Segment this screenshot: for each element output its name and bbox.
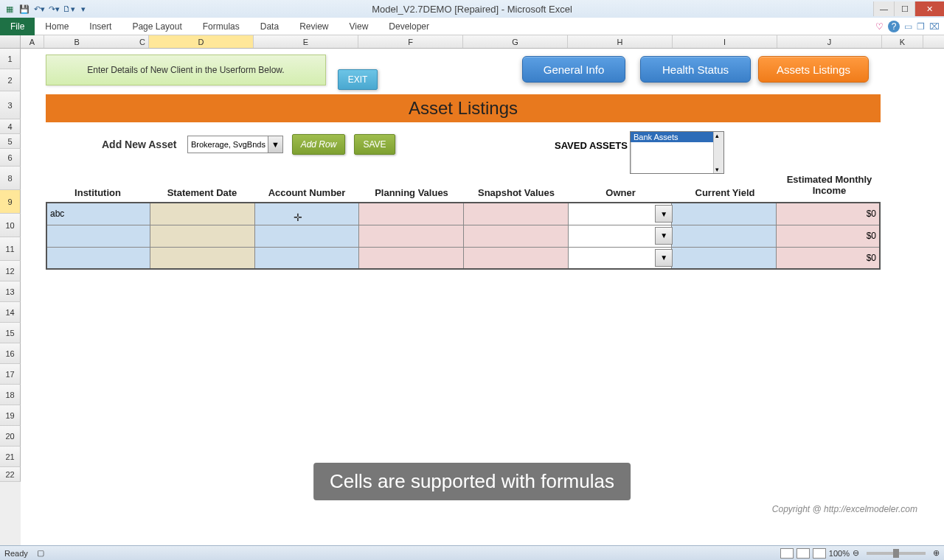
row-15[interactable]: 15 xyxy=(0,323,21,343)
save-icon[interactable]: 💾 xyxy=(18,2,31,15)
row-1[interactable]: 1 xyxy=(0,49,21,69)
cell-owner[interactable]: ▼ xyxy=(568,247,672,269)
row-6[interactable]: 6 xyxy=(0,149,21,167)
col-J[interactable]: J xyxy=(777,35,882,48)
saved-asset-item[interactable]: Bank Assets xyxy=(631,132,723,142)
macro-record-icon[interactable]: ▢ xyxy=(37,548,44,558)
col-F[interactable]: F xyxy=(358,35,463,48)
row-3[interactable]: 3 xyxy=(0,91,21,119)
col-K[interactable]: K xyxy=(882,35,923,48)
cell-owner[interactable]: ▼ xyxy=(568,203,672,225)
col-D[interactable]: D xyxy=(149,35,254,48)
cell-snapshot[interactable] xyxy=(464,247,569,269)
row-5[interactable]: 5 xyxy=(0,134,21,149)
tab-page-layout[interactable]: Page Layout xyxy=(122,18,192,35)
cell-income[interactable]: $0 xyxy=(776,225,880,247)
health-status-button[interactable]: Health Status xyxy=(640,56,751,83)
cell-snapshot[interactable] xyxy=(464,225,569,247)
row-16[interactable]: 16 xyxy=(0,343,21,364)
minimize-button[interactable]: — xyxy=(873,1,894,16)
normal-view-icon[interactable] xyxy=(780,548,794,559)
cell-account[interactable] xyxy=(254,225,359,247)
workbook-close-icon[interactable]: ⌧ xyxy=(929,21,940,32)
row-18[interactable]: 18 xyxy=(0,385,21,405)
exit-button[interactable]: EXIT xyxy=(338,69,378,90)
col-G[interactable]: G xyxy=(463,35,568,48)
cell-planning[interactable] xyxy=(359,203,464,225)
col-A[interactable]: A xyxy=(21,35,44,48)
cell-planning[interactable] xyxy=(359,247,464,269)
close-button[interactable]: ✕ xyxy=(914,1,944,16)
qat-customize-icon[interactable]: ▾ xyxy=(77,2,90,15)
save-button[interactable]: SAVE xyxy=(354,134,395,155)
asset-type-dropdown[interactable]: Brokerage, SvgBnds ▼ xyxy=(187,136,283,153)
row-20[interactable]: 20 xyxy=(0,426,21,447)
redo-icon[interactable]: ↷▾ xyxy=(47,2,60,15)
col-E[interactable]: E xyxy=(254,35,358,48)
row-8[interactable]: 8 xyxy=(0,167,21,190)
row-12[interactable]: 12 xyxy=(0,261,21,281)
cell-institution[interactable] xyxy=(46,225,150,247)
col-B[interactable]: B C xyxy=(44,35,149,48)
cell-account[interactable] xyxy=(254,203,359,225)
dropdown-arrow-icon[interactable]: ▼ xyxy=(268,136,282,153)
page-break-view-icon[interactable] xyxy=(813,548,826,559)
row-17[interactable]: 17 xyxy=(0,364,21,385)
cell-owner[interactable]: ▼ xyxy=(568,225,672,247)
owner-dropdown-icon[interactable]: ▼ xyxy=(655,205,673,223)
row-13[interactable]: 13 xyxy=(0,281,21,302)
page-layout-view-icon[interactable] xyxy=(796,548,810,559)
owner-dropdown-icon[interactable]: ▼ xyxy=(655,249,673,267)
cell-yield[interactable] xyxy=(672,225,777,247)
tab-home[interactable]: Home xyxy=(35,18,79,35)
heart-icon[interactable]: ♡ xyxy=(875,21,884,32)
cell-account[interactable] xyxy=(254,247,359,269)
listbox-scrollbar[interactable] xyxy=(713,132,723,173)
row-2[interactable]: 2 xyxy=(0,69,21,91)
col-I[interactable]: I xyxy=(673,35,777,48)
add-row-button[interactable]: Add Row xyxy=(292,134,345,155)
cell-statement[interactable] xyxy=(150,203,255,225)
maximize-button[interactable]: ☐ xyxy=(894,1,914,16)
col-H[interactable]: H xyxy=(568,35,673,48)
file-tab[interactable]: File xyxy=(0,18,35,35)
zoom-out-icon[interactable]: ⊖ xyxy=(853,548,859,558)
cell-planning[interactable] xyxy=(359,225,464,247)
zoom-in-icon[interactable]: ⊕ xyxy=(933,548,940,558)
cell-institution[interactable]: abc xyxy=(46,203,150,225)
saved-assets-listbox[interactable]: Bank Assets xyxy=(630,131,724,174)
row-10[interactable]: 10 xyxy=(0,214,21,237)
row-14[interactable]: 14 xyxy=(0,302,21,323)
cell-income[interactable]: $0 xyxy=(776,247,880,269)
row-9[interactable]: 9 xyxy=(0,190,21,214)
tab-developer[interactable]: Developer xyxy=(378,18,440,35)
select-all-triangle[interactable] xyxy=(0,35,21,48)
undo-icon[interactable]: ↶▾ xyxy=(32,2,46,15)
zoom-slider[interactable] xyxy=(867,552,926,555)
tab-view[interactable]: View xyxy=(339,18,379,35)
row-4[interactable]: 4 xyxy=(0,119,21,134)
row-22[interactable]: 22 xyxy=(0,467,21,482)
cell-income[interactable]: $0 xyxy=(776,203,880,225)
cell-yield[interactable] xyxy=(672,247,777,269)
ribbon-minimize-icon[interactable]: ▭ xyxy=(904,21,912,32)
tab-formulas[interactable]: Formulas xyxy=(192,18,250,35)
cell-snapshot[interactable] xyxy=(464,203,569,225)
print-preview-icon[interactable]: 🗋▾ xyxy=(62,2,75,15)
assets-listings-button[interactable]: Assets Listings xyxy=(758,56,869,83)
cell-yield[interactable] xyxy=(672,203,777,225)
general-info-button[interactable]: General Info xyxy=(522,56,625,83)
cell-institution[interactable] xyxy=(46,247,150,269)
help-icon[interactable]: ? xyxy=(888,21,900,32)
row-19[interactable]: 19 xyxy=(0,405,21,426)
tab-review[interactable]: Review xyxy=(289,18,339,35)
cell-statement[interactable] xyxy=(150,247,255,269)
tab-insert[interactable]: Insert xyxy=(79,18,122,35)
owner-dropdown-icon[interactable]: ▼ xyxy=(655,227,673,245)
cell-statement[interactable] xyxy=(150,225,255,247)
row-21[interactable]: 21 xyxy=(0,447,21,467)
zoom-level[interactable]: 100% xyxy=(829,549,850,558)
excel-icon[interactable]: ▦ xyxy=(3,2,16,15)
row-11[interactable]: 11 xyxy=(0,237,21,261)
tab-data[interactable]: Data xyxy=(250,18,289,35)
